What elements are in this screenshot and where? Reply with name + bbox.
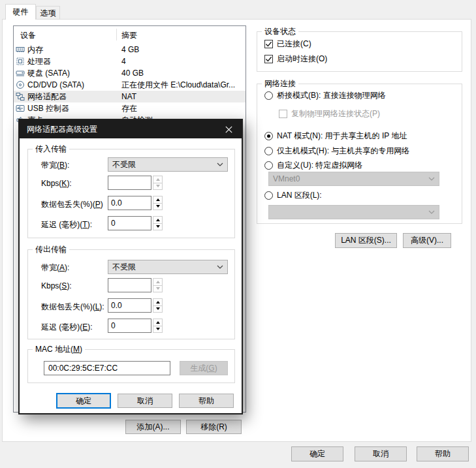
spin-up-button[interactable] — [153, 176, 162, 183]
spin-up-button[interactable] — [153, 319, 162, 326]
lan-segment-select[interactable] — [268, 205, 439, 219]
checkbox-checked-icon[interactable] — [264, 55, 273, 63]
device-row-processors[interactable]: 处理器 4 — [14, 55, 246, 67]
dialog-ok-button[interactable]: 确定 — [56, 393, 111, 409]
device-row-hard-disk[interactable]: 硬盘 (SATA) 40 GB — [14, 67, 246, 79]
device-row-network-adapter[interactable]: 网络适配器 NAT — [14, 91, 246, 102]
incoming-kbps-input[interactable] — [108, 176, 151, 190]
spin-up-button[interactable] — [153, 299, 162, 306]
mac-address-input[interactable] — [44, 361, 170, 375]
spin-up-button[interactable] — [153, 217, 162, 224]
spin-down-button[interactable] — [153, 306, 162, 313]
outgoing-bandwidth-select[interactable]: 不受限 — [108, 260, 228, 274]
device-status-title: 设备状态 — [262, 26, 298, 37]
chevron-down-icon — [217, 265, 223, 269]
column-header-summary: 摘要 — [121, 30, 137, 41]
device-row-usb-controller[interactable]: USB 控制器 存在 — [14, 102, 246, 114]
radio-icon[interactable] — [264, 147, 273, 155]
spin-down-button[interactable] — [153, 204, 162, 210]
device-row-memory[interactable]: 内存 4 GB — [14, 44, 246, 55]
host-only-radio-row[interactable]: 仅主机模式(H): 与主机共享的专用网络 — [264, 146, 409, 157]
device-name: 硬盘 (SATA) — [27, 68, 70, 79]
custom-network-select[interactable]: VMnet0 — [268, 172, 439, 186]
dialog-titlebar[interactable]: 网络适配器高级设置 — [20, 120, 242, 138]
incoming-packet-loss-input[interactable] — [108, 196, 151, 210]
help-button[interactable]: 帮助 — [417, 446, 469, 461]
dialog-title: 网络适配器高级设置 — [27, 124, 97, 135]
radio-icon[interactable] — [264, 161, 273, 170]
outgoing-bandwidth-label: 带宽(A): — [41, 262, 69, 273]
close-button[interactable] — [215, 120, 242, 138]
nat-label: NAT 模式(N): 用于共享主机的 IP 地址 — [277, 131, 407, 142]
outgoing-kbps-input[interactable] — [108, 278, 151, 292]
column-divider — [116, 29, 117, 40]
spin-down-button[interactable] — [153, 286, 162, 292]
tab-hardware[interactable]: 硬件 — [5, 4, 36, 20]
spin-up-button[interactable] — [153, 196, 162, 204]
checkbox-unchecked-icon[interactable] — [279, 110, 287, 118]
device-list-header: 设备 摘要 — [14, 26, 246, 43]
connect-at-power-on-checkbox-row[interactable]: 启动时连接(O) — [264, 54, 327, 65]
network-connection-title: 网络连接 — [262, 78, 298, 89]
replicate-label: 复制物理网络连接状态(P) — [291, 108, 380, 119]
incoming-bandwidth-value: 不受限 — [112, 159, 217, 170]
checkbox-checked-icon[interactable] — [264, 40, 273, 48]
disk-icon — [16, 69, 26, 78]
incoming-packet-loss-stepper — [108, 196, 163, 210]
network-adapter-advanced-settings-dialog: 网络适配器高级设置 传入传输 带宽(B): 不受限 Kbps(K): 数据包丢失… — [18, 119, 243, 414]
custom-label: 自定义(U): 特定虚拟网络 — [277, 160, 362, 171]
chevron-down-icon — [428, 177, 435, 181]
incoming-bandwidth-label: 带宽(B): — [41, 160, 69, 171]
add-button[interactable]: 添加(A)... — [125, 420, 181, 434]
radio-icon[interactable] — [264, 191, 273, 200]
outgoing-latency-input[interactable] — [108, 319, 151, 333]
spin-up-button[interactable] — [153, 279, 162, 286]
chevron-down-icon — [428, 210, 435, 214]
outgoing-kbps-stepper — [108, 278, 163, 292]
usb-icon — [16, 104, 26, 113]
outgoing-kbps-label: Kbps(S): — [41, 281, 72, 290]
device-row-cd-dvd[interactable]: CD/DVD (SATA) 正在使用文件 E:\Cloud\data\Gr... — [14, 79, 246, 91]
radio-selected-icon[interactable] — [264, 132, 273, 140]
advanced-button[interactable]: 高级(V)... — [403, 233, 451, 248]
ok-button[interactable]: 确定 — [291, 446, 343, 461]
mac-address-group: MAC 地址(M) 生成(G) — [27, 349, 235, 383]
custom-radio-row[interactable]: 自定义(U): 特定虚拟网络 — [264, 160, 362, 171]
incoming-packet-loss-label: 数据包丢失(%)(P) — [41, 199, 103, 210]
spin-down-button[interactable] — [153, 224, 162, 230]
chevron-down-icon — [217, 163, 223, 166]
remove-button[interactable]: 移除(R) — [186, 420, 242, 434]
replicate-checkbox-row[interactable]: 复制物理网络连接状态(P) — [279, 108, 380, 119]
connected-checkbox-row[interactable]: 已连接(C) — [264, 39, 311, 50]
lan-segments-button[interactable]: LAN 区段(S)... — [335, 233, 397, 248]
bridged-radio-row[interactable]: 桥接模式(B): 直接连接物理网络 — [264, 90, 386, 101]
outgoing-bandwidth-value: 不受限 — [112, 262, 217, 273]
device-summary: 40 GB — [121, 69, 144, 78]
device-name: 网络适配器 — [27, 91, 67, 102]
dialog-help-button[interactable]: 帮助 — [179, 394, 234, 408]
incoming-bandwidth-select[interactable]: 不受限 — [108, 157, 228, 172]
incoming-latency-input[interactable] — [108, 216, 151, 230]
outgoing-latency-label: 延迟 (毫秒)(E): — [41, 322, 93, 333]
lan-segment-radio-row[interactable]: LAN 区段(L): — [264, 190, 322, 201]
connected-label: 已连接(C) — [277, 39, 311, 50]
outgoing-packet-loss-input[interactable] — [108, 298, 151, 313]
incoming-transfer-title: 传入传输 — [33, 144, 69, 155]
tab-options[interactable]: 选项 — [36, 6, 60, 20]
network-connection-group: 网络连接 桥接模式(B): 直接连接物理网络 复制物理网络连接状态(P) NAT… — [257, 84, 462, 224]
spin-down-button[interactable] — [153, 183, 162, 190]
memory-icon — [16, 45, 26, 54]
bridged-label: 桥接模式(B): 直接连接物理网络 — [277, 90, 386, 101]
spin-down-button[interactable] — [153, 326, 162, 333]
nat-radio-row[interactable]: NAT 模式(N): 用于共享主机的 IP 地址 — [264, 131, 407, 142]
incoming-kbps-label: Kbps(K): — [41, 179, 72, 188]
mac-address-title: MAC 地址(M) — [33, 344, 85, 355]
generate-button[interactable]: 生成(G) — [180, 361, 228, 375]
tab-options-label: 选项 — [40, 8, 56, 19]
cancel-button[interactable]: 取消 — [355, 446, 407, 461]
outgoing-transfer-title: 传出传输 — [33, 244, 69, 255]
dialog-cancel-button[interactable]: 取消 — [118, 394, 172, 408]
radio-icon[interactable] — [264, 91, 273, 100]
close-icon — [225, 126, 232, 133]
column-header-device: 设备 — [20, 30, 36, 41]
